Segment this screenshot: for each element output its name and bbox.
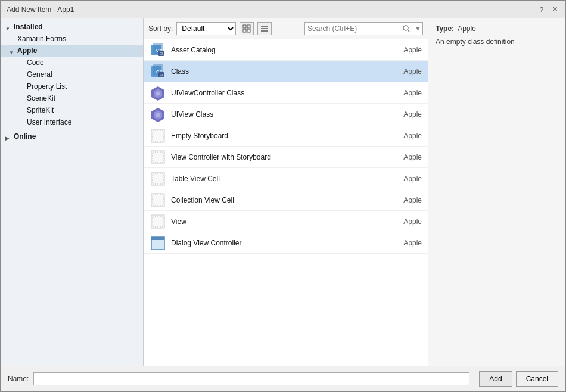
svg-line-8	[408, 30, 409, 32]
search-input[interactable]	[305, 24, 399, 33]
table-view-cell-name: Table View Cell	[171, 175, 386, 183]
table-view-cell-icon	[150, 170, 166, 187]
type-key: Type:	[436, 24, 454, 33]
title-bar-controls: ? ✕	[537, 5, 559, 14]
sidebar-item-user-interface[interactable]: User Interface	[1, 116, 143, 128]
search-icon[interactable]	[399, 23, 413, 35]
toolbar: Sort by: Default	[144, 18, 428, 39]
item-row-table-view-cell[interactable]: Table View Cell Apple	[144, 168, 428, 189]
online-triangle-icon	[5, 133, 11, 139]
svg-text:⊞: ⊞	[160, 52, 163, 55]
collection-view-cell-type: Apple	[386, 196, 422, 204]
apple-label: Apple	[17, 46, 37, 55]
table-view-cell-type: Apple	[386, 175, 422, 183]
grid-view-button[interactable]	[240, 22, 254, 35]
type-description: An empty class definition	[436, 36, 558, 47]
collection-view-cell-name: Collection View Cell	[171, 196, 386, 204]
svg-rect-36	[151, 237, 164, 240]
empty-storyboard-type: Apple	[386, 132, 422, 140]
dialog-view-controller-type: Apple	[386, 239, 422, 247]
list-view-button[interactable]	[257, 22, 272, 35]
main-content: Installed Xamarin.Forms Apple Code Gener…	[1, 18, 565, 366]
empty-storyboard-name: Empty Storyboard	[171, 132, 386, 140]
class-type: Apple	[386, 67, 422, 76]
bottom-bar: Name: Add Cancel	[1, 366, 565, 391]
right-panel: Type: Apple An empty class definition	[428, 18, 565, 366]
vc-storyboard-type: Apple	[386, 153, 422, 161]
close-button[interactable]: ✕	[550, 5, 559, 14]
uiview-name: UIView Class	[171, 110, 386, 119]
uiview-type: Apple	[386, 110, 422, 119]
item-row-collection-view-cell[interactable]: Collection View Cell Apple	[144, 189, 428, 211]
vc-storyboard-icon	[150, 149, 166, 166]
xamarin-forms-label: Xamarin.Forms	[17, 35, 66, 43]
svg-rect-1	[247, 25, 250, 28]
svg-text:⊞: ⊞	[160, 73, 163, 77]
uiviewcontroller-type: Apple	[386, 89, 422, 97]
add-new-item-dialog: Add New Item - App1 ? ✕ Installed Xamari…	[0, 0, 566, 392]
sidebar: Installed Xamarin.Forms Apple Code Gener…	[1, 18, 144, 366]
dialog-view-controller-name: Dialog View Controller	[171, 239, 386, 247]
collection-view-cell-icon	[150, 192, 166, 209]
sidebar-item-scenekit[interactable]: SceneKit	[1, 92, 143, 104]
installed-triangle-icon	[5, 24, 11, 30]
sidebar-item-apple[interactable]: Apple	[1, 45, 143, 57]
center-panel: Sort by: Default	[144, 18, 428, 366]
name-label: Name:	[8, 375, 29, 383]
svg-point-7	[403, 26, 408, 30]
sidebar-installed-header[interactable]: Installed	[1, 21, 143, 33]
asset-catalog-type: Apple	[386, 46, 422, 54]
type-value: Apple	[458, 24, 476, 33]
title-bar: Add New Item - App1 ? ✕	[1, 1, 565, 18]
sidebar-online-header[interactable]: Online	[1, 130, 143, 142]
class-name: Class	[171, 67, 386, 76]
online-label: Online	[14, 132, 36, 141]
svg-rect-31	[151, 194, 164, 207]
svg-rect-2	[243, 29, 246, 32]
uiview-icon	[150, 106, 166, 123]
item-row-asset-catalog[interactable]: C# ⊞ Asset Catalog Apple	[144, 39, 428, 61]
class-icon: C# ⊞	[150, 63, 166, 80]
sort-by-label: Sort by:	[148, 24, 173, 33]
svg-rect-0	[243, 25, 246, 28]
item-row-uiview[interactable]: UIView Class Apple	[144, 104, 428, 125]
search-bar[interactable]: ▼	[304, 22, 423, 35]
installed-label: Installed	[14, 23, 43, 31]
item-row-view[interactable]: View Apple	[144, 211, 428, 232]
items-list: C# ⊞ Asset Catalog Apple C#	[144, 39, 428, 366]
vc-storyboard-name: View Controller with Storyboard	[171, 153, 386, 161]
type-label-line: Type: Apple	[436, 24, 558, 33]
name-input[interactable]	[33, 372, 469, 385]
svg-rect-33	[151, 215, 164, 228]
view-name: View	[171, 217, 386, 226]
apple-triangle-icon	[9, 48, 15, 54]
view-icon	[150, 213, 166, 230]
item-row-class[interactable]: C# ⊞ Class Apple	[144, 61, 428, 82]
sidebar-item-code[interactable]: Code	[1, 57, 143, 69]
svg-rect-29	[151, 172, 164, 185]
svg-rect-25	[151, 129, 164, 142]
svg-rect-3	[247, 29, 250, 32]
item-row-vc-storyboard[interactable]: View Controller with Storyboard Apple	[144, 147, 428, 168]
item-row-dialog-view-controller[interactable]: Dialog View Controller Apple	[144, 232, 428, 254]
item-row-empty-storyboard[interactable]: Empty Storyboard Apple	[144, 125, 428, 147]
sidebar-item-property-list[interactable]: Property List	[1, 80, 143, 92]
add-button[interactable]: Add	[479, 371, 512, 387]
asset-catalog-name: Asset Catalog	[171, 46, 386, 54]
uiviewcontroller-icon	[150, 85, 166, 101]
item-row-uiviewcontroller[interactable]: UIViewController Class Apple	[144, 82, 428, 104]
empty-storyboard-icon	[150, 127, 166, 144]
sidebar-item-general[interactable]: General	[1, 69, 143, 80]
help-button[interactable]: ?	[537, 5, 546, 14]
sidebar-item-xamarin[interactable]: Xamarin.Forms	[1, 33, 143, 45]
asset-catalog-icon: C# ⊞	[150, 42, 166, 58]
svg-rect-27	[151, 151, 164, 164]
bottom-buttons: Add Cancel	[479, 371, 558, 387]
dialog-title: Add New Item - App1	[7, 5, 74, 14]
cancel-button[interactable]: Cancel	[516, 371, 558, 387]
sidebar-item-spritekit[interactable]: SpriteKit	[1, 104, 143, 116]
search-dropdown-icon[interactable]: ▼	[413, 25, 422, 32]
dialog-view-controller-icon	[150, 235, 166, 251]
view-type: Apple	[386, 217, 422, 226]
sort-select[interactable]: Default	[176, 22, 236, 35]
